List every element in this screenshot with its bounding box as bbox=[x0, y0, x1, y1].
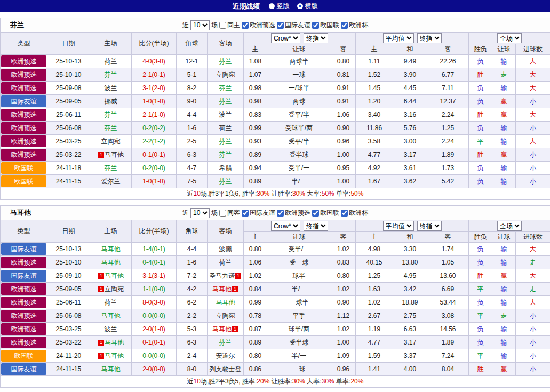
odds-home: 0.84 bbox=[244, 283, 267, 296]
odds-final-select[interactable]: 终指 bbox=[304, 221, 328, 231]
home-team: 1马耳他 bbox=[90, 269, 132, 283]
avg-home: 3.40 bbox=[356, 108, 393, 122]
away-team: 芬兰 bbox=[208, 148, 244, 162]
odds-home: 0.78 bbox=[244, 309, 267, 323]
red-card-icon: 1 bbox=[98, 286, 104, 292]
radio-label: 横版 bbox=[305, 2, 318, 11]
corner-score: 9-0 bbox=[177, 95, 208, 108]
avg-home: 11.86 bbox=[356, 122, 393, 135]
avg-away: 12.37 bbox=[427, 95, 469, 108]
result-handicap: 输 bbox=[492, 336, 516, 349]
competition-checkbox-label[interactable]: 国际友谊 bbox=[277, 21, 310, 30]
competition-checkbox-label[interactable]: 欧洲杯 bbox=[341, 209, 368, 218]
team-label: 芬兰 bbox=[105, 164, 117, 172]
section-header-wrap: 芬兰近10场同主欧洲预选国际友谊欧国联欧洲杯 bbox=[1, 18, 550, 32]
odds-final-select[interactable]: 终指 bbox=[304, 33, 328, 43]
scope-select[interactable]: 全场 bbox=[497, 221, 522, 231]
average-select[interactable]: 平均值 bbox=[383, 221, 414, 231]
average-final-select[interactable]: 终指 bbox=[417, 33, 442, 43]
summary-segment: 让胜率: bbox=[269, 378, 292, 385]
handicap: 受半球 bbox=[267, 336, 331, 349]
result-handicap: 赢 bbox=[492, 108, 516, 122]
scope-select[interactable]: 全场 bbox=[497, 33, 522, 43]
team-name: 芬兰 bbox=[10, 20, 24, 30]
avg-away: 1.05 bbox=[427, 256, 469, 269]
competition-badge: 欧洲预选 bbox=[1, 257, 46, 268]
team-label: 马耳他 bbox=[101, 312, 121, 319]
recent-count-select[interactable]: 10 bbox=[190, 20, 210, 30]
avg-draw: 3.17 bbox=[393, 336, 427, 349]
competition-checkbox[interactable] bbox=[312, 210, 319, 217]
avg-draw: 4.00 bbox=[393, 363, 427, 376]
team-label: 芬兰 bbox=[219, 98, 232, 105]
competition-checkbox-label[interactable]: 欧国联 bbox=[312, 21, 339, 30]
team-label: 芬兰 bbox=[105, 111, 117, 118]
column-header: 主场 bbox=[90, 220, 132, 243]
odds-away: 1.00 bbox=[331, 336, 356, 349]
competition-checkbox[interactable] bbox=[277, 210, 284, 217]
avg-home: 1.41 bbox=[356, 363, 393, 376]
red-card-icon: 1 bbox=[235, 273, 241, 279]
match-date: 25-06-11 bbox=[47, 108, 90, 122]
odds-home: 0.83 bbox=[244, 108, 267, 122]
avg-home: 4.98 bbox=[356, 243, 393, 256]
average-select[interactable]: 平均值 bbox=[383, 33, 414, 43]
same-venue-checkbox[interactable] bbox=[219, 210, 226, 217]
view-mode-radio[interactable]: 横版 bbox=[297, 2, 318, 11]
competition-checkbox-label[interactable]: 欧国联 bbox=[312, 209, 339, 218]
result-winlose: 平 bbox=[469, 349, 492, 363]
competition-checkbox-label[interactable]: 欧洲预选 bbox=[277, 209, 310, 218]
corner-score: 2-5 bbox=[177, 135, 208, 148]
avg-draw: 3.61 bbox=[393, 162, 427, 175]
competition-badge: 欧洲预选 bbox=[1, 323, 46, 335]
sub-column-header: 主 bbox=[356, 232, 393, 243]
same-venue-checkbox-label[interactable]: 同主 bbox=[219, 21, 240, 30]
avg-draw: 3.17 bbox=[393, 148, 427, 162]
competition-checkbox[interactable] bbox=[242, 210, 249, 217]
score: 3-1(3-1) bbox=[132, 269, 177, 283]
competition-checkbox[interactable] bbox=[341, 210, 348, 217]
recent-count-select[interactable]: 10 bbox=[190, 208, 210, 218]
sub-column-header: 主 bbox=[244, 232, 267, 243]
radio-icon bbox=[297, 3, 303, 9]
sub-column-header: 让球 bbox=[492, 232, 516, 243]
average-final-select[interactable]: 终指 bbox=[417, 221, 442, 231]
sub-column-header: 让球 bbox=[492, 44, 516, 55]
radio-label: 竖版 bbox=[277, 2, 290, 11]
same-venue-checkbox-label[interactable]: 同客 bbox=[219, 209, 240, 218]
team-label: 芬兰 bbox=[105, 124, 117, 132]
home-team: 荷兰 bbox=[90, 55, 132, 68]
result-handicap: 输 bbox=[492, 256, 516, 269]
summary-segment: 10 bbox=[194, 190, 201, 197]
odds-away: 1.00 bbox=[331, 175, 356, 188]
same-venue-checkbox[interactable] bbox=[219, 22, 226, 29]
scope-header: 全场 bbox=[469, 33, 550, 44]
competition-checkbox-label[interactable]: 国际友谊 bbox=[242, 209, 275, 218]
competition-checkbox[interactable] bbox=[242, 22, 249, 29]
competition-checkbox-label[interactable]: 欧洲杯 bbox=[341, 21, 368, 30]
odds-home: 0.87 bbox=[244, 323, 267, 336]
section-header-wrap: 马耳他近10场同客国际友谊欧洲预选欧国联欧洲杯 bbox=[1, 206, 550, 220]
team-label: 爱尔兰 bbox=[101, 178, 121, 185]
competition-checkbox[interactable] bbox=[341, 22, 348, 29]
odds-away: 1.12 bbox=[331, 309, 356, 323]
view-mode-radio[interactable]: 竖版 bbox=[269, 2, 290, 11]
handicap: 半/一 bbox=[267, 283, 331, 296]
competition-checkbox-label[interactable]: 欧洲预选 bbox=[242, 21, 275, 30]
bookmaker-select[interactable]: Crow* bbox=[271, 33, 300, 43]
bookmaker-select[interactable]: Crow* bbox=[271, 221, 300, 231]
match-row: 欧国联24-11-15爱尔兰1-0(1-0)7-5芬兰0.89半/一1.001.… bbox=[1, 175, 550, 188]
avg-draw: 3.42 bbox=[393, 283, 427, 296]
home-team: 马耳他 bbox=[90, 243, 132, 256]
score: 2-0(1-0) bbox=[132, 323, 177, 336]
score: 8-0(3-0) bbox=[132, 296, 177, 309]
sub-column-header: 客 bbox=[427, 232, 469, 243]
avg-away: 8.04 bbox=[427, 363, 469, 376]
result-goals: 大 bbox=[516, 82, 550, 95]
handicap: 球半 bbox=[267, 269, 331, 283]
result-winlose: 胜 bbox=[469, 148, 492, 162]
competition-checkbox[interactable] bbox=[312, 22, 319, 29]
competition-cell: 欧洲预选 bbox=[1, 82, 47, 95]
match-row: 欧国联24-11-201马耳他0-0(0-0)2-4安道尔0.80半/一1.09… bbox=[1, 349, 550, 363]
competition-checkbox[interactable] bbox=[277, 22, 284, 29]
